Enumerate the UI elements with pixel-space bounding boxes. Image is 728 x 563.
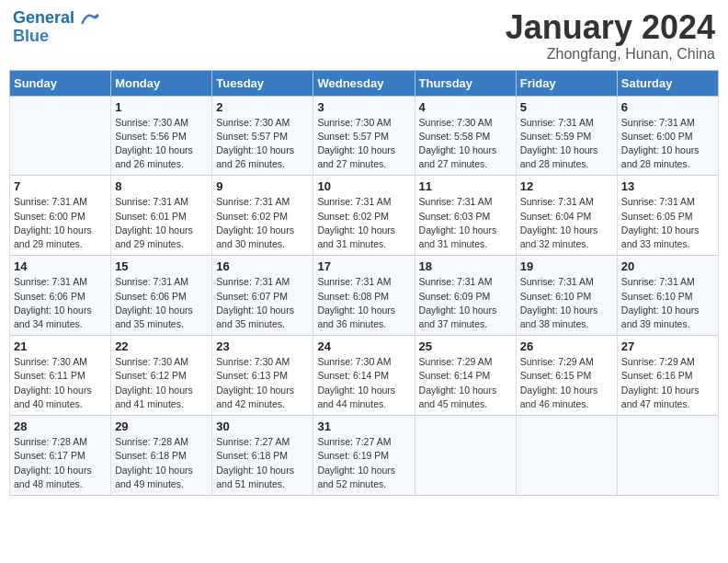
calendar-cell: 25Sunrise: 7:29 AMSunset: 6:14 PMDayligh… [415,336,516,416]
day-number: 21 [14,339,107,353]
calendar-cell: 13Sunrise: 7:31 AMSunset: 6:05 PMDayligh… [617,176,718,256]
calendar-cell: 17Sunrise: 7:31 AMSunset: 6:08 PMDayligh… [313,256,415,336]
calendar-table: SundayMondayTuesdayWednesdayThursdayFrid… [9,70,719,496]
day-number: 29 [115,419,208,433]
calendar-header-row: SundayMondayTuesdayWednesdayThursdayFrid… [10,70,719,96]
day-number: 25 [419,339,512,353]
day-number: 17 [317,259,410,273]
calendar-cell: 26Sunrise: 7:29 AMSunset: 6:15 PMDayligh… [516,336,617,416]
calendar-cell [516,416,617,496]
day-info: Sunrise: 7:31 AMSunset: 6:01 PMDaylight:… [115,195,208,251]
day-number: 31 [317,419,410,433]
calendar-cell [617,416,718,496]
calendar-cell: 4Sunrise: 7:30 AMSunset: 5:58 PMDaylight… [415,96,516,176]
calendar-cell: 15Sunrise: 7:31 AMSunset: 6:06 PMDayligh… [111,256,212,336]
calendar-cell: 16Sunrise: 7:31 AMSunset: 6:07 PMDayligh… [212,256,313,336]
calendar-cell: 23Sunrise: 7:30 AMSunset: 6:13 PMDayligh… [212,336,313,416]
day-number: 3 [317,100,410,114]
day-header-monday: Monday [111,70,212,96]
day-number: 14 [14,259,107,273]
calendar-cell: 20Sunrise: 7:31 AMSunset: 6:10 PMDayligh… [617,256,718,336]
day-number: 22 [115,339,208,353]
day-number: 6 [621,100,714,114]
day-number: 27 [621,339,714,353]
calendar-cell [415,416,516,496]
day-info: Sunrise: 7:31 AMSunset: 6:02 PMDaylight:… [216,195,309,251]
day-number: 16 [216,259,309,273]
calendar-cell: 18Sunrise: 7:31 AMSunset: 6:09 PMDayligh… [415,256,516,336]
day-number: 4 [419,100,512,114]
day-info: Sunrise: 7:30 AMSunset: 5:58 PMDaylight:… [419,116,512,172]
day-info: Sunrise: 7:31 AMSunset: 6:04 PMDaylight:… [520,195,613,251]
calendar-cell: 11Sunrise: 7:31 AMSunset: 6:03 PMDayligh… [415,176,516,256]
day-number: 12 [520,179,613,193]
calendar-cell: 28Sunrise: 7:28 AMSunset: 6:17 PMDayligh… [10,416,111,496]
calendar-cell: 9Sunrise: 7:31 AMSunset: 6:02 PMDaylight… [212,176,313,256]
day-number: 8 [115,179,208,193]
day-info: Sunrise: 7:31 AMSunset: 6:02 PMDaylight:… [317,195,410,251]
page-header: General Blue January 2024 Zhongfang, Hun… [9,9,719,63]
day-info: Sunrise: 7:30 AMSunset: 5:56 PMDaylight:… [115,116,208,172]
day-number: 7 [14,179,107,193]
day-info: Sunrise: 7:31 AMSunset: 6:07 PMDaylight:… [216,275,309,331]
day-info: Sunrise: 7:31 AMSunset: 6:05 PMDaylight:… [621,195,714,251]
logo-text: General [13,9,99,28]
day-number: 2 [216,100,309,114]
day-info: Sunrise: 7:31 AMSunset: 6:00 PMDaylight:… [14,195,107,251]
calendar-week-row: 21Sunrise: 7:30 AMSunset: 6:11 PMDayligh… [10,336,719,416]
day-info: Sunrise: 7:31 AMSunset: 6:03 PMDaylight:… [419,195,512,251]
day-number: 26 [520,339,613,353]
day-number: 18 [419,259,512,273]
day-number: 28 [14,419,107,433]
day-header-saturday: Saturday [617,70,718,96]
calendar-week-row: 14Sunrise: 7:31 AMSunset: 6:06 PMDayligh… [10,256,719,336]
day-info: Sunrise: 7:27 AMSunset: 6:18 PMDaylight:… [216,435,309,491]
day-number: 19 [520,259,613,273]
calendar-cell: 1Sunrise: 7:30 AMSunset: 5:56 PMDaylight… [111,96,212,176]
day-info: Sunrise: 7:31 AMSunset: 6:06 PMDaylight:… [115,275,208,331]
day-header-thursday: Thursday [415,70,516,96]
location-subtitle: Zhongfang, Hunan, China [506,46,715,63]
title-block: January 2024 Zhongfang, Hunan, China [506,9,715,63]
calendar-week-row: 7Sunrise: 7:31 AMSunset: 6:00 PMDaylight… [10,176,719,256]
calendar-cell: 3Sunrise: 7:30 AMSunset: 5:57 PMDaylight… [313,96,415,176]
day-number: 1 [115,100,208,114]
day-info: Sunrise: 7:29 AMSunset: 6:16 PMDaylight:… [621,355,714,411]
day-info: Sunrise: 7:27 AMSunset: 6:19 PMDaylight:… [317,435,410,491]
day-info: Sunrise: 7:31 AMSunset: 6:09 PMDaylight:… [419,275,512,331]
day-number: 9 [216,179,309,193]
day-number: 10 [317,179,410,193]
calendar-cell [10,96,111,176]
day-info: Sunrise: 7:31 AMSunset: 6:06 PMDaylight:… [14,275,107,331]
day-info: Sunrise: 7:30 AMSunset: 6:12 PMDaylight:… [115,355,208,411]
day-info: Sunrise: 7:28 AMSunset: 6:17 PMDaylight:… [14,435,107,491]
calendar-cell: 21Sunrise: 7:30 AMSunset: 6:11 PMDayligh… [10,336,111,416]
day-header-tuesday: Tuesday [212,70,313,96]
day-number: 23 [216,339,309,353]
day-number: 20 [621,259,714,273]
logo-blue: Blue [13,28,99,46]
calendar-cell: 19Sunrise: 7:31 AMSunset: 6:10 PMDayligh… [516,256,617,336]
calendar-cell: 27Sunrise: 7:29 AMSunset: 6:16 PMDayligh… [617,336,718,416]
calendar-cell: 2Sunrise: 7:30 AMSunset: 5:57 PMDaylight… [212,96,313,176]
calendar-week-row: 28Sunrise: 7:28 AMSunset: 6:17 PMDayligh… [10,416,719,496]
calendar-cell: 22Sunrise: 7:30 AMSunset: 6:12 PMDayligh… [111,336,212,416]
day-info: Sunrise: 7:31 AMSunset: 6:08 PMDaylight:… [317,275,410,331]
day-number: 13 [621,179,714,193]
day-info: Sunrise: 7:30 AMSunset: 6:11 PMDaylight:… [14,355,107,411]
month-title: January 2024 [506,9,715,46]
day-number: 11 [419,179,512,193]
day-info: Sunrise: 7:31 AMSunset: 6:00 PMDaylight:… [621,116,714,172]
day-info: Sunrise: 7:29 AMSunset: 6:15 PMDaylight:… [520,355,613,411]
calendar-cell: 6Sunrise: 7:31 AMSunset: 6:00 PMDaylight… [617,96,718,176]
calendar-cell: 30Sunrise: 7:27 AMSunset: 6:18 PMDayligh… [212,416,313,496]
day-header-wednesday: Wednesday [313,70,415,96]
day-info: Sunrise: 7:30 AMSunset: 5:57 PMDaylight:… [317,116,410,172]
calendar-cell: 7Sunrise: 7:31 AMSunset: 6:00 PMDaylight… [10,176,111,256]
calendar-cell: 5Sunrise: 7:31 AMSunset: 5:59 PMDaylight… [516,96,617,176]
calendar-cell: 24Sunrise: 7:30 AMSunset: 6:14 PMDayligh… [313,336,415,416]
calendar-cell: 14Sunrise: 7:31 AMSunset: 6:06 PMDayligh… [10,256,111,336]
day-info: Sunrise: 7:30 AMSunset: 6:13 PMDaylight:… [216,355,309,411]
day-info: Sunrise: 7:31 AMSunset: 5:59 PMDaylight:… [520,116,613,172]
day-number: 30 [216,419,309,433]
